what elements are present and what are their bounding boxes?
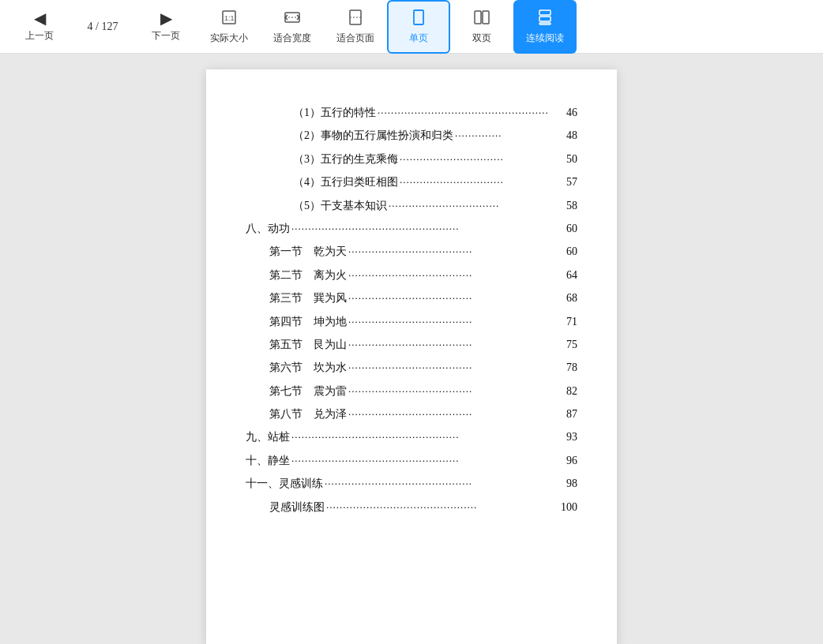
toc-entry-1-1: （1）五行的特性································…	[246, 101, 577, 124]
toc-page-num: 60	[566, 217, 577, 240]
toc-label: （1）五行的特性	[293, 101, 376, 124]
toc-entry-2-1: 第一节 乾为天·································…	[246, 240, 577, 263]
toc-page-num: 93	[566, 425, 577, 448]
toc-page-num: 100	[561, 496, 577, 519]
toc-label: 第五节 艮为山	[269, 333, 347, 356]
toc-label: 九、站桩	[246, 425, 290, 448]
continuous-label: 连续阅读	[526, 32, 564, 45]
prev-label: 上一页	[25, 29, 54, 43]
page-total: 127	[101, 21, 118, 33]
toc-page-num: 48	[566, 124, 577, 147]
toc-label: 第七节 震为雷	[269, 380, 347, 402]
next-icon: ▶	[160, 10, 172, 26]
toc-page-num: 87	[566, 402, 577, 425]
actual-size-button[interactable]: 1:1 实际大小	[197, 0, 261, 54]
prev-page-button[interactable]: ◀ 上一页	[8, 0, 71, 54]
toc-label: 第八节 兑为泽	[269, 402, 347, 425]
toc-label: （4）五行归类旺相图	[293, 170, 398, 193]
fit-page-button[interactable]: 适合页面	[324, 0, 387, 54]
toc-dots: ········································…	[291, 450, 565, 471]
fit-page-label: 适合页面	[336, 32, 374, 45]
svg-rect-7	[475, 11, 481, 24]
toc-entry-1-3: （3）五行的生克乘侮······························…	[246, 148, 577, 170]
toc-page-num: 60	[566, 240, 577, 263]
toc-dots: ·······························	[400, 171, 565, 193]
toc-dots: ········································…	[378, 102, 565, 123]
toc-dots: ·································	[389, 195, 565, 216]
fit-width-icon	[284, 9, 301, 28]
toc-label: 灵感训练图	[269, 496, 325, 519]
toc-page-num: 98	[566, 472, 577, 495]
page-info: 4 / 127	[71, 21, 134, 33]
toc-dots: ·······························	[400, 148, 565, 170]
single-page-button[interactable]: 单页	[387, 0, 450, 54]
double-page-icon	[473, 9, 490, 28]
toc-dots: ········································…	[326, 496, 559, 518]
svg-rect-10	[539, 17, 551, 21]
svg-text:1:1: 1:1	[224, 14, 235, 22]
toc-page-num: 50	[566, 148, 577, 170]
toc-label: 第六节 坎为水	[269, 356, 347, 379]
toc-page-num: 57	[566, 170, 577, 193]
toc-label: （2）事物的五行属性扮演和归类	[293, 124, 453, 147]
fit-width-button[interactable]: 适合宽度	[261, 0, 324, 54]
toc-entry-1-4: （4）五行归类旺相图······························…	[246, 170, 577, 193]
toc-entry-4: 十、静坐····································…	[246, 449, 577, 472]
toc-dots: ·····································	[348, 380, 565, 402]
toc-page-num: 58	[566, 194, 577, 217]
toc-entry-2-8: 第八节 兑为泽·································…	[246, 402, 577, 425]
toc-dots: ·····································	[348, 357, 565, 378]
toc-page-num: 46	[566, 101, 577, 124]
prev-icon: ◀	[34, 10, 46, 26]
toc-page-num: 68	[566, 286, 577, 309]
toc-page-num: 78	[566, 356, 577, 379]
toc-entry-2: 八、动功····································…	[246, 217, 577, 240]
toc-entry-5-1: 灵感训练图···································…	[246, 496, 577, 519]
toc-label: （3）五行的生克乘侮	[293, 148, 398, 170]
toc-entry-2-7: 第七节 震为雷·································…	[246, 380, 577, 402]
next-page-button[interactable]: ▶ 下一页	[134, 0, 197, 54]
toc-page-num: 71	[566, 310, 577, 333]
toc-dots: ·····································	[348, 264, 565, 286]
main-content-area: （1）五行的特性································…	[0, 54, 823, 644]
toc-entry-2-2: 第二节 离为火·································…	[246, 264, 577, 286]
toolbar: ◀ 上一页 4 / 127 ▶ 下一页 1:1 实际大小 适合宽度	[0, 0, 823, 54]
toc-dots: ·····································	[348, 241, 565, 262]
fit-page-icon	[347, 9, 364, 28]
double-page-label: 双页	[472, 32, 491, 45]
next-label: 下一页	[152, 29, 180, 43]
toc-entry-2-3: 第三节 巽为风·································…	[246, 286, 577, 309]
continuous-button[interactable]: 连续阅读	[513, 0, 577, 54]
toc-label: 第三节 巽为风	[269, 286, 347, 309]
book-page: （1）五行的特性································…	[206, 69, 617, 644]
svg-rect-11	[539, 23, 551, 24]
toc-dots: ········································…	[325, 473, 565, 494]
page-separator: /	[93, 21, 102, 33]
svg-rect-9	[539, 10, 551, 15]
toc-dots: ·····································	[348, 334, 565, 355]
toc-label: 八、动功	[246, 217, 290, 240]
toc-dots: ··············	[455, 125, 565, 146]
continuous-icon	[536, 9, 554, 28]
svg-rect-8	[483, 11, 489, 24]
svg-rect-6	[414, 10, 423, 24]
toc-dots: ········································…	[291, 426, 565, 447]
toc-entry-1-5: （5）干支基本知识·······························…	[246, 194, 577, 217]
toc-content: （1）五行的特性································…	[246, 101, 577, 519]
toc-dots: ·····································	[348, 311, 565, 332]
toc-label: 十、静坐	[246, 449, 290, 472]
page-current: 4	[88, 21, 93, 33]
toc-entry-2-6: 第六节 坎为水·································…	[246, 356, 577, 379]
toc-label: 第二节 离为火	[269, 264, 347, 286]
single-page-label: 单页	[409, 32, 428, 45]
toc-entry-1-2: （2）事物的五行属性扮演和归类··············48	[246, 124, 577, 147]
fit-width-label: 适合宽度	[273, 32, 311, 45]
toc-dots: ·····································	[348, 287, 565, 309]
svg-rect-4	[350, 10, 361, 24]
actual-size-label: 实际大小	[210, 32, 248, 45]
toc-label: 十一、灵感训练	[246, 472, 323, 495]
double-page-button[interactable]: 双页	[450, 0, 513, 54]
toc-page-num: 75	[566, 333, 577, 356]
toc-label: 第一节 乾为天	[269, 240, 347, 263]
toc-entry-3: 九、站桩····································…	[246, 425, 577, 448]
